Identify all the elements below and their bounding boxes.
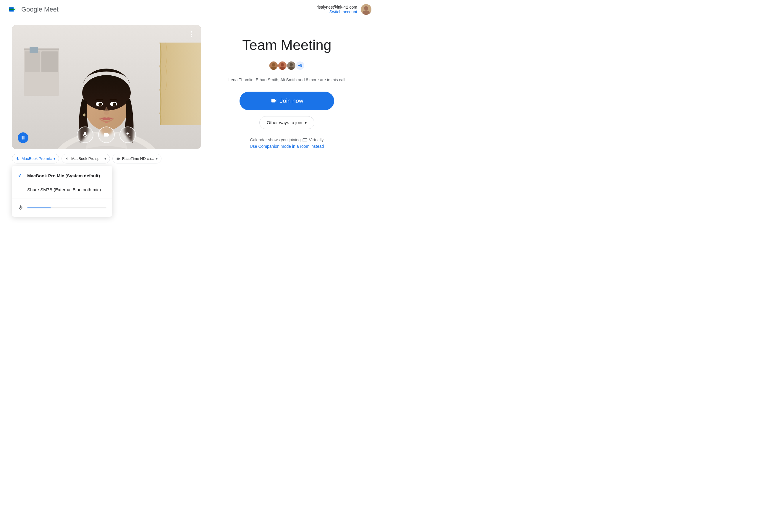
effects-button[interactable] — [119, 127, 136, 143]
camera-selector-label: FaceTime HD ca... — [122, 156, 154, 161]
video-controls — [12, 127, 201, 143]
other-ways-button[interactable]: Other ways to join ▾ — [259, 116, 314, 129]
mic-chevron-icon: ▾ — [53, 157, 55, 161]
mic-level-icon — [18, 205, 24, 211]
participants-text: Lena Thomlin, Ethan Smith, Ali Smith and… — [228, 77, 345, 82]
svg-point-23 — [114, 103, 116, 104]
calendar-joining-text: Calendar shows you joining Virtually — [250, 137, 324, 142]
switch-account-link[interactable]: Switch account — [317, 10, 357, 14]
calendar-mode-label: Virtually — [309, 137, 324, 142]
svg-point-22 — [100, 103, 102, 104]
participant-avatar-2 — [278, 61, 287, 70]
svg-rect-8 — [25, 51, 40, 72]
logo-area: Google Meet — [7, 4, 59, 15]
participant-avatar-3 — [287, 61, 296, 70]
svg-point-34 — [290, 63, 293, 66]
speaker-chevron-icon: ▾ — [105, 157, 106, 161]
mic-selector-button[interactable]: MacBook Pro mic ▾ — [12, 154, 59, 163]
google-meet-logo-icon — [7, 4, 19, 15]
svg-point-31 — [281, 63, 284, 66]
user-avatar[interactable] — [361, 4, 371, 15]
video-section: ⋮ — [12, 25, 201, 166]
svg-point-24 — [83, 113, 85, 116]
other-ways-label: Other ways to join — [267, 120, 302, 125]
user-email: risalynes@ink-42.com — [317, 5, 357, 10]
mic-option-1[interactable]: ✓ MacBook Pro Mic (System default) — [12, 168, 112, 183]
svg-point-20 — [99, 103, 102, 106]
camera-toggle-button[interactable] — [98, 127, 115, 143]
join-now-label: Join now — [280, 98, 303, 104]
mic-level-section — [12, 201, 112, 214]
participant-count-label: +5 — [298, 64, 302, 68]
avatar-image — [361, 4, 371, 15]
user-info: risalynes@ink-42.com Switch account — [317, 4, 371, 15]
mic-option-1-label: MacBook Pro Mic (System default) — [27, 173, 100, 178]
participant-avatar-img-3 — [287, 61, 295, 70]
svg-rect-13 — [160, 43, 161, 125]
mic-selector-icon — [16, 157, 20, 161]
svg-point-21 — [113, 103, 116, 106]
svg-point-3 — [364, 6, 368, 10]
other-ways-chevron-icon: ▾ — [305, 120, 307, 125]
participant-avatar-1 — [269, 61, 278, 70]
join-video-icon — [271, 98, 277, 104]
svg-point-28 — [272, 63, 275, 66]
main-content: ⋮ — [0, 19, 378, 172]
user-account-info: risalynes@ink-42.com Switch account — [317, 5, 357, 14]
sparkle-icon — [124, 131, 131, 138]
svg-point-17 — [82, 75, 131, 110]
participant-count-badge: +5 — [295, 61, 305, 70]
app-title: Google Meet — [21, 6, 59, 13]
checkmark-icon: ✓ — [18, 172, 24, 179]
mic-option-2-label: Shure SM7B (External Bluetooth mic) — [27, 187, 101, 192]
speaker-selector-label: MacBook Pro sp... — [71, 156, 103, 161]
mic-option-2[interactable]: Shure SM7B (External Bluetooth mic) — [12, 183, 112, 196]
mic-level-fill — [27, 207, 51, 208]
participant-avatar-img-2 — [278, 61, 287, 70]
svg-rect-9 — [42, 51, 58, 72]
mic-selector-label: MacBook Pro mic — [21, 156, 52, 161]
svg-rect-10 — [30, 47, 38, 53]
device-selectors: MacBook Pro mic ▾ MacBook Pro sp... ▾ Fa… — [12, 154, 201, 163]
right-panel: Team Meeting — [201, 25, 367, 149]
camera-selector-button[interactable]: FaceTime HD ca... ▾ — [112, 154, 162, 163]
meeting-title: Team Meeting — [242, 37, 331, 54]
svg-point-29 — [271, 66, 276, 70]
svg-rect-12 — [160, 43, 201, 125]
camera-selector-icon — [116, 157, 120, 161]
header: Google Meet risalynes@ink-42.com Switch … — [0, 0, 378, 19]
mic-icon — [82, 131, 89, 138]
calendar-text-label: Calendar shows you joining — [250, 137, 301, 142]
video-preview: ⋮ — [12, 25, 201, 149]
mic-level-bar — [27, 207, 106, 208]
calendar-info: Calendar shows you joining Virtually Use… — [250, 137, 324, 149]
participants-section: +5 — [269, 61, 305, 70]
speaker-selector-button[interactable]: MacBook Pro sp... ▾ — [62, 154, 110, 163]
companion-mode-link[interactable]: Use Companion mode in a room instead — [250, 144, 324, 149]
camera-icon — [103, 131, 110, 138]
svg-point-32 — [280, 66, 285, 70]
svg-rect-7 — [24, 48, 59, 50]
mic-dropdown-menu: ✓ MacBook Pro Mic (System default) Shure… — [12, 166, 112, 217]
participant-avatar-img-1 — [269, 61, 278, 70]
mic-toggle-button[interactable] — [77, 127, 93, 143]
join-now-button[interactable]: Join now — [239, 92, 334, 110]
laptop-icon — [303, 138, 307, 142]
speaker-selector-icon — [65, 157, 70, 161]
camera-chevron-icon: ▾ — [156, 157, 158, 161]
svg-rect-36 — [303, 138, 307, 141]
svg-point-35 — [288, 66, 294, 70]
video-more-options-button[interactable]: ⋮ — [187, 30, 197, 39]
